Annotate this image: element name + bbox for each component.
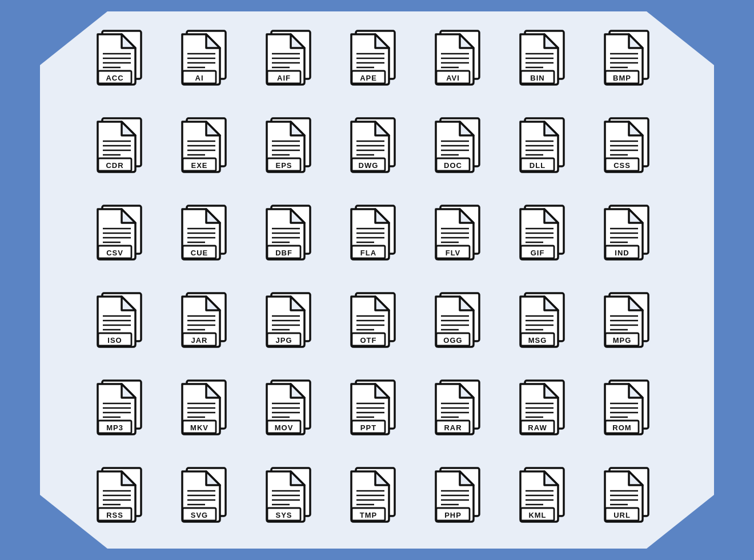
svg-text:RAW: RAW [528, 423, 547, 432]
file-icon-bmp[interactable]: BMP [591, 20, 665, 97]
svg-text:MOV: MOV [275, 423, 294, 432]
file-icon-msg[interactable]: MSG [506, 282, 580, 359]
svg-text:MSG: MSG [528, 336, 547, 345]
file-icon-raw[interactable]: RAW [506, 370, 580, 447]
file-icon-mp3[interactable]: MP3 [83, 370, 158, 447]
svg-text:DOC: DOC [444, 161, 462, 170]
svg-text:AIF: AIF [277, 74, 291, 82]
file-icon-otf[interactable]: OTF [337, 282, 411, 359]
file-icon-flv[interactable]: FLV [422, 195, 496, 272]
svg-text:DWG: DWG [359, 161, 379, 170]
file-icon-mpg[interactable]: MPG [591, 282, 665, 359]
file-icon-cue[interactable]: CUE [168, 195, 242, 272]
file-icon-ogg[interactable]: OGG [422, 282, 496, 359]
icon-grid: ACC AI [72, 9, 682, 551]
file-icon-exe[interactable]: EXE [168, 107, 242, 185]
svg-text:OGG: OGG [443, 336, 462, 345]
file-icon-acc[interactable]: ACC [83, 20, 158, 97]
svg-text:PPT: PPT [360, 423, 376, 432]
svg-text:JPG: JPG [275, 336, 292, 345]
svg-text:EXE: EXE [191, 161, 207, 170]
file-icon-ppt[interactable]: PPT [337, 370, 411, 447]
svg-text:BMP: BMP [613, 74, 631, 82]
svg-text:URL: URL [613, 511, 631, 519]
svg-text:IND: IND [615, 249, 629, 257]
svg-text:MPG: MPG [613, 336, 632, 345]
svg-text:PHP: PHP [444, 511, 462, 519]
svg-text:ACC: ACC [106, 74, 123, 82]
file-icon-ape[interactable]: APE [337, 20, 411, 97]
svg-text:APE: APE [360, 74, 377, 82]
file-icon-rar[interactable]: RAR [422, 370, 496, 447]
svg-text:SYS: SYS [275, 511, 292, 519]
svg-text:KML: KML [528, 511, 546, 519]
file-icon-cdr[interactable]: CDR [83, 107, 158, 185]
svg-text:JAR: JAR [191, 336, 207, 345]
main-container: ACC AI [40, 11, 714, 549]
svg-text:MP3: MP3 [106, 423, 123, 432]
svg-text:TMP: TMP [360, 511, 377, 519]
file-icon-bin[interactable]: BIN [506, 20, 580, 97]
svg-text:CSS: CSS [613, 161, 631, 170]
file-icon-mov[interactable]: MOV [252, 370, 327, 447]
svg-text:RAR: RAR [444, 423, 462, 432]
file-icon-fla[interactable]: FLA [337, 195, 411, 272]
file-icon-sys[interactable]: SYS [252, 457, 327, 534]
file-icon-svg[interactable]: SVG [168, 457, 242, 534]
file-icon-csv[interactable]: CSV [83, 195, 158, 272]
file-icon-avi[interactable]: AVI [422, 20, 496, 97]
svg-text:DLL: DLL [530, 161, 546, 170]
file-icon-dll[interactable]: DLL [506, 107, 580, 185]
svg-text:EPS: EPS [275, 161, 292, 170]
svg-text:AVI: AVI [446, 74, 460, 82]
file-icon-mkv[interactable]: MKV [168, 370, 242, 447]
file-icon-aif[interactable]: AIF [252, 20, 327, 97]
file-icon-gif[interactable]: GIF [506, 195, 580, 272]
svg-text:ROM: ROM [612, 423, 631, 432]
svg-text:DBF: DBF [275, 249, 292, 257]
svg-text:ISO: ISO [107, 336, 122, 345]
file-icon-ai[interactable]: AI [168, 20, 242, 97]
file-icon-dbf[interactable]: DBF [252, 195, 327, 272]
file-icon-rom[interactable]: ROM [591, 370, 665, 447]
file-icon-php[interactable]: PHP [422, 457, 496, 534]
file-icon-eps[interactable]: EPS [252, 107, 327, 185]
svg-text:FLV: FLV [446, 249, 461, 257]
file-icon-ind[interactable]: IND [591, 195, 665, 272]
svg-text:RSS: RSS [106, 511, 123, 519]
file-icon-jar[interactable]: JAR [168, 282, 242, 359]
file-icon-kml[interactable]: KML [506, 457, 580, 534]
file-icon-jpg[interactable]: JPG [252, 282, 327, 359]
svg-text:CDR: CDR [106, 161, 123, 170]
file-icon-dwg[interactable]: DWG [337, 107, 411, 185]
file-icon-doc[interactable]: DOC [422, 107, 496, 185]
svg-text:BIN: BIN [530, 74, 544, 82]
file-icon-url[interactable]: URL [591, 457, 665, 534]
svg-text:SVG: SVG [191, 511, 208, 519]
svg-text:GIF: GIF [531, 249, 545, 257]
svg-text:FLA: FLA [360, 249, 376, 257]
file-icon-iso[interactable]: ISO [83, 282, 158, 359]
svg-text:AI: AI [195, 74, 204, 82]
file-icon-tmp[interactable]: TMP [337, 457, 411, 534]
svg-text:CUE: CUE [191, 249, 208, 257]
svg-text:OTF: OTF [360, 336, 377, 345]
file-icon-rss[interactable]: RSS [83, 457, 158, 534]
file-icon-css[interactable]: CSS [591, 107, 665, 185]
svg-text:MKV: MKV [190, 423, 208, 432]
svg-text:CSV: CSV [106, 249, 123, 257]
